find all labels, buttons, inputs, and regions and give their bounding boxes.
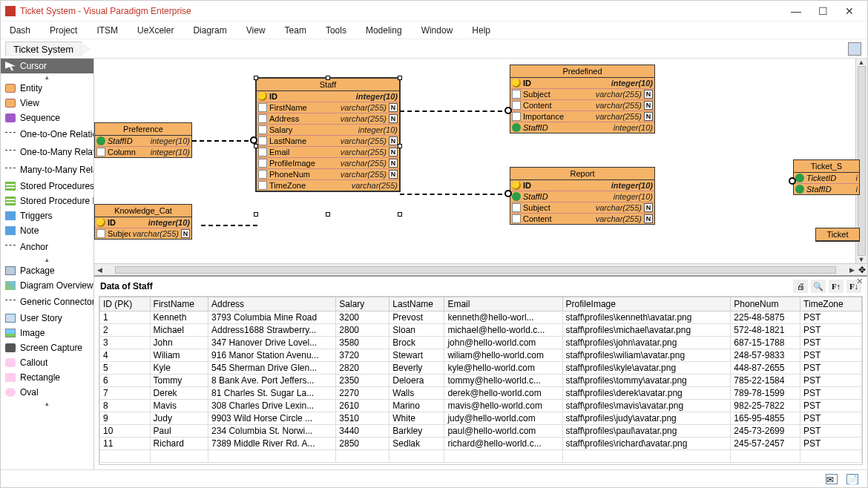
relationship-connector[interactable] [192, 140, 256, 142]
toolbox-generic-connector[interactable]: Generic Connector [1, 293, 93, 311]
table-cell[interactable]: White [389, 412, 444, 425]
toolbox-entity[interactable]: Entity [1, 81, 93, 96]
table-row[interactable]: 5Kyle545 Sherman Drive Glen...2820Beverl… [100, 362, 862, 375]
relationship-connector[interactable] [400, 111, 510, 112]
menu-window[interactable]: Window [421, 25, 453, 36]
toolbox-collapse-icon[interactable]: ▴ [1, 256, 93, 263]
table-cell[interactable]: 347 Hanover Drive Lovel... [208, 337, 336, 349]
table-cell[interactable]: staff\profiles\judy\avatar.png [562, 412, 731, 425]
table-cell[interactable]: 11 [100, 438, 151, 450]
menu-tools[interactable]: Tools [326, 25, 346, 36]
table-cell[interactable]: Judy [150, 412, 208, 425]
table-cell[interactable]: judy@hello-world.com [444, 412, 562, 425]
table-cell[interactable]: Brock [389, 337, 444, 349]
table-cell[interactable]: 2610 [336, 400, 389, 412]
table-cell[interactable]: wiliam@hello-world.com [444, 349, 562, 362]
table-cell[interactable]: 572-48-1821 [731, 324, 800, 337]
table-cell[interactable]: Tommy [150, 375, 208, 387]
table-cell[interactable]: Stewart [389, 349, 444, 362]
data-table[interactable]: ID (PK)FirstNameAddressSalaryLastNameEma… [99, 296, 863, 465]
table-row[interactable]: 11Richard7389 Middle River Rd. A...2850S… [100, 438, 862, 450]
table-cell[interactable]: 2820 [336, 362, 389, 375]
table-cell[interactable]: Mavis [150, 400, 208, 412]
table-cell[interactable]: 3580 [336, 337, 389, 349]
table-cell[interactable]: staff\profiles\tommy\avatar.png [562, 375, 731, 387]
toolbox-triggers[interactable]: Triggers [1, 208, 93, 223]
connector-port-icon[interactable] [250, 136, 257, 144]
table-cell[interactable]: PST [800, 311, 862, 324]
diagram-navigator-icon[interactable] [848, 42, 861, 56]
table-cell[interactable]: Paul [150, 425, 208, 438]
table-header[interactable]: PhoneNum [731, 297, 800, 311]
print-icon[interactable]: 🖨 [793, 280, 808, 293]
toolbox-user-story[interactable]: User Story [1, 311, 93, 326]
table-row[interactable]: 9Judy9903 Wild Horse Circle ...3510White… [100, 412, 862, 425]
toolbox-cursor[interactable]: Cursor [1, 59, 93, 73]
table-cell[interactable]: Kenneth [150, 311, 208, 324]
table-cell[interactable]: john@hello-world.com [444, 337, 562, 349]
table-cell[interactable]: 3720 [336, 349, 389, 362]
table-header[interactable]: TimeZone [800, 297, 862, 311]
selection-handle[interactable] [326, 76, 330, 80]
toolbox-screen-capture[interactable]: Screen Capture [1, 340, 93, 355]
table-row-empty[interactable] [100, 450, 862, 463]
table-cell[interactable]: staff\profiles\kenneth\avatar.png [562, 311, 731, 324]
selection-handle[interactable] [254, 144, 258, 148]
table-cell[interactable]: Address1688 Strawberry... [208, 324, 336, 337]
table-cell[interactable]: Walls [389, 387, 444, 400]
table-cell[interactable]: PST [800, 324, 862, 337]
table-cell[interactable]: 10 [100, 425, 151, 438]
close-button[interactable]: ✕ [836, 5, 863, 17]
table-cell[interactable]: 308 Charles Drive Lexin... [208, 400, 336, 412]
table-cell[interactable]: 245-57-2457 [731, 438, 800, 450]
selection-handle[interactable] [398, 212, 402, 217]
table-cell[interactable]: paul@hello-world.com [444, 425, 562, 438]
menu-view[interactable]: View [246, 25, 266, 36]
entity-ticket[interactable]: Ticket [815, 228, 860, 242]
table-row[interactable]: 8Mavis308 Charles Drive Lexin...2610Mari… [100, 400, 862, 412]
sort-asc-button[interactable]: F↑ [829, 280, 844, 293]
table-cell[interactable]: 982-25-7822 [731, 400, 800, 412]
toolbox-anchor[interactable]: Anchor [1, 238, 93, 256]
table-cell[interactable]: John [150, 337, 208, 349]
table-cell[interactable]: staff\profiles\wiliam\avatar.png [562, 349, 731, 362]
toolbox-stored-procedure-re-[interactable]: Stored Procedure Re... [1, 194, 93, 208]
table-header[interactable]: ID (PK) [100, 297, 151, 311]
table-cell[interactable]: 448-87-2655 [731, 362, 800, 375]
toolbox-note[interactable]: Note [1, 223, 93, 238]
table-cell[interactable]: 2 [100, 324, 151, 337]
table-row[interactable]: 10Paul234 Columbia St. Norwi...3440Barkl… [100, 425, 862, 438]
table-cell[interactable]: tommy@hello-world.c... [444, 375, 562, 387]
table-cell[interactable]: 9903 Wild Horse Circle ... [208, 412, 336, 425]
table-cell[interactable]: staff\profiles\john\avatar.png [562, 337, 731, 349]
menu-help[interactable]: Help [472, 25, 490, 36]
table-row[interactable]: 3John347 Hanover Drive Lovel...3580Brock… [100, 337, 862, 349]
toolbox-sequence[interactable]: Sequence [1, 111, 93, 125]
table-row[interactable]: 7Derek81 Charles St. Sugar La...2270Wall… [100, 387, 862, 400]
mail-icon[interactable]: ✉ [826, 474, 838, 484]
toolbox-stored-procedures[interactable]: Stored Procedures [1, 179, 93, 194]
relationship-connector[interactable] [400, 194, 510, 195]
table-cell[interactable]: 4 [100, 349, 151, 362]
menu-team[interactable]: Team [285, 25, 306, 36]
table-cell[interactable]: 1 [100, 311, 151, 324]
table-cell[interactable]: 7389 Middle River Rd. A... [208, 438, 336, 450]
toolbox-collapse-icon[interactable]: ▴ [1, 73, 93, 81]
table-cell[interactable]: staff\profiles\richard\avatar.png [562, 438, 731, 450]
table-cell[interactable]: 3440 [336, 425, 389, 438]
table-row[interactable]: 1Kenneth3793 Columbia Mine Road3200Prevo… [100, 311, 862, 324]
connector-port-icon[interactable] [504, 190, 512, 197]
selection-handle[interactable] [398, 76, 402, 80]
maximize-button[interactable]: ☐ [809, 5, 836, 17]
table-cell[interactable]: 916 Manor Station Avenu... [208, 349, 336, 362]
table-cell[interactable]: 3 [100, 337, 151, 349]
toolbox-one-to-many-relati-[interactable]: One-to-Many Relati... [1, 143, 93, 161]
document-icon[interactable]: 📄 [846, 474, 858, 484]
table-cell[interactable]: Sedlak [389, 438, 444, 450]
table-cell[interactable]: Richard [150, 438, 208, 450]
table-cell[interactable]: 248-57-9833 [731, 349, 800, 362]
data-panel-close-icon[interactable]: × [857, 275, 863, 287]
table-cell[interactable]: PST [800, 375, 862, 387]
table-cell[interactable]: 225-48-5875 [731, 311, 800, 324]
selection-handle[interactable] [398, 144, 402, 148]
